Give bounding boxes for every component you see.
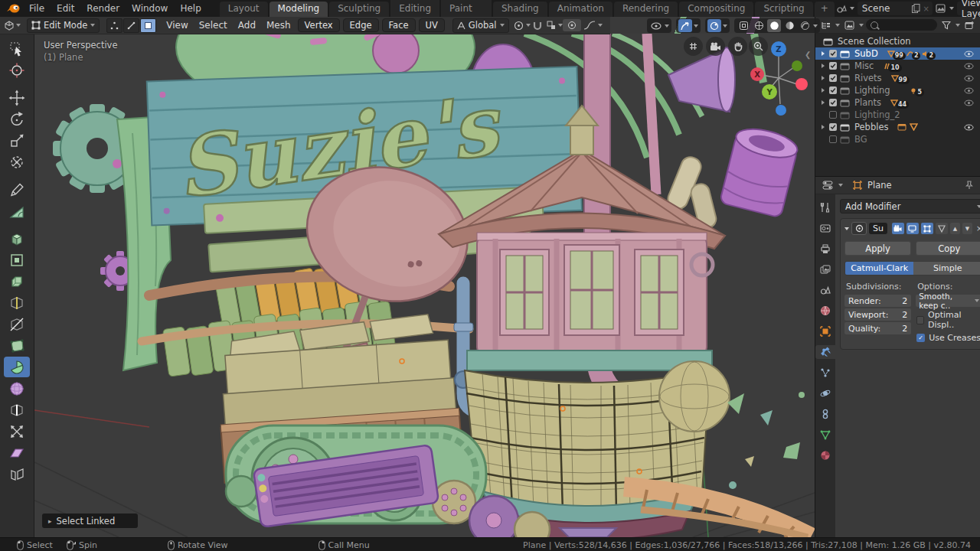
modifier-cage-toggle[interactable] [936, 223, 948, 234]
face-select-button[interactable] [140, 18, 156, 33]
tool-cursor[interactable] [4, 60, 30, 80]
add-modifier-dropdown[interactable]: Add Modifier [840, 199, 980, 214]
snap-toggle-icon[interactable] [678, 19, 692, 32]
vertex-select-button[interactable] [106, 18, 122, 33]
exclude-checkbox[interactable] [829, 123, 837, 131]
scene-icon[interactable] [836, 4, 847, 13]
tab-world[interactable] [816, 304, 835, 318]
tool-extrude-region[interactable] [4, 228, 30, 249]
proportional-toggle-icon[interactable] [707, 19, 721, 32]
menu-view[interactable]: View [161, 17, 193, 34]
modifier-name-field[interactable]: Su [869, 223, 887, 234]
hide-eye-icon[interactable] [964, 87, 974, 94]
tool-bevel[interactable] [4, 271, 30, 292]
outliner-row-scene-collection[interactable]: Scene Collection [815, 35, 980, 47]
new-scene-icon[interactable] [912, 4, 920, 13]
view-layer-selector[interactable]: View Layer × [957, 2, 980, 15]
outliner-search-input[interactable] [866, 19, 937, 31]
copy-button[interactable]: Copy [916, 241, 980, 256]
expand-arrow-icon[interactable] [820, 51, 826, 56]
menu-face[interactable]: Face [382, 18, 416, 32]
blender-logo-icon[interactable] [6, 2, 20, 15]
hide-eye-icon[interactable] [964, 51, 974, 57]
tab-tool[interactable] [816, 201, 835, 214]
tool-poly-build[interactable] [4, 335, 30, 356]
tab-physics[interactable] [816, 386, 835, 400]
panel-expand-icon[interactable] [844, 227, 849, 230]
tool-move[interactable] [4, 87, 30, 108]
tab-shading[interactable]: Shading [493, 2, 547, 17]
proportional-editing-icon[interactable] [563, 19, 581, 31]
hide-eye-icon[interactable] [964, 124, 974, 131]
modifier-render-toggle[interactable] [892, 223, 904, 234]
tool-rotate[interactable] [4, 109, 30, 129]
use-creases-checkbox[interactable]: ✓ [916, 334, 925, 342]
tab-view-layer[interactable] [816, 262, 835, 276]
menu-window[interactable]: Window [126, 0, 174, 17]
toggle-ortho-icon[interactable] [684, 37, 703, 56]
filter-funnel-icon[interactable] [939, 21, 953, 30]
menu-render[interactable]: Render [80, 0, 126, 17]
exclude-checkbox[interactable] [829, 74, 837, 82]
expand-arrow-icon[interactable] [820, 125, 826, 129]
view-layer-dropdown-chevron-icon[interactable] [949, 7, 954, 10]
mesh-visibility-icon[interactable] [649, 19, 663, 32]
outliner-id-chevron-icon[interactable] [859, 24, 864, 27]
transform-orientation-dropdown[interactable]: Global [452, 18, 509, 33]
tool-select-box[interactable] [4, 38, 30, 59]
unlink-scene-icon[interactable]: × [923, 5, 929, 13]
outliner-mode-chevron-icon[interactable] [835, 24, 840, 27]
exclude-checkbox[interactable] [829, 99, 837, 106]
tool-loop-cut[interactable] [4, 292, 30, 313]
modifier-editmode-toggle[interactable] [921, 223, 933, 234]
tool-smooth[interactable] [4, 378, 30, 399]
tab-constraints[interactable] [816, 407, 835, 421]
camera-view-icon[interactable] [706, 37, 725, 56]
snap-magnet-icon[interactable] [531, 21, 544, 31]
tab-compositing[interactable]: Compositing [679, 2, 753, 17]
tool-transform[interactable] [4, 152, 30, 172]
apply-button[interactable]: Apply [844, 241, 911, 256]
editor-type-button[interactable] [0, 21, 24, 31]
tool-scale[interactable] [4, 130, 30, 151]
menu-edge[interactable]: Edge [343, 18, 379, 32]
exclude-checkbox[interactable] [829, 50, 837, 57]
collapse-region-icon[interactable]: ❮ [805, 51, 811, 59]
shading-material-icon[interactable] [782, 19, 796, 32]
pivot-point-button[interactable] [511, 21, 526, 31]
tab-texture-paint[interactable]: Texture Paint [441, 0, 492, 17]
simple-button[interactable]: Simple [913, 262, 980, 275]
modifier-move-down-button[interactable]: ▼ [962, 223, 972, 234]
render-subdivisions-field[interactable]: Render: 2 [844, 295, 911, 307]
tab-modeling[interactable]: Modeling [270, 2, 328, 17]
menu-mesh[interactable]: Mesh [261, 17, 296, 34]
new-collection-icon[interactable] [962, 21, 977, 30]
expand-arrow-icon[interactable] [820, 100, 826, 105]
falloff-curve-icon[interactable] [581, 21, 598, 30]
tab-material[interactable] [816, 448, 835, 462]
snap-target-icon[interactable] [544, 21, 558, 30]
tab-modifiers[interactable] [815, 345, 835, 359]
exclude-checkbox[interactable] [829, 135, 837, 143]
filter-chevron-icon[interactable] [956, 24, 960, 27]
shading-rendered-icon[interactable] [798, 19, 812, 32]
menu-edit[interactable]: Edit [51, 0, 80, 17]
tool-shear[interactable] [4, 442, 30, 463]
viewport-subdivisions-field[interactable]: Viewport: 2 [844, 308, 911, 321]
tab-object-data[interactable] [816, 428, 835, 442]
menu-select[interactable]: Select [194, 17, 233, 34]
tab-sculpting[interactable]: Sculpting [329, 2, 389, 17]
expand-arrow-icon[interactable] [820, 64, 826, 68]
quality-field[interactable]: Quality: 2 [844, 322, 911, 334]
show-gizmo-icon[interactable] [737, 19, 750, 32]
outliner-row-pebbles[interactable]: Pebbles [815, 121, 980, 133]
scene-selector[interactable]: Scene × [858, 2, 933, 15]
outliner-row-subd[interactable]: SubD 99 2 2 [815, 47, 980, 60]
exclude-checkbox[interactable] [829, 62, 837, 70]
snap-options-chevron-icon[interactable] [694, 24, 698, 28]
menu-help[interactable]: Help [174, 0, 207, 17]
falloff-chevron-icon[interactable] [598, 24, 603, 27]
catmull-clark-button[interactable]: Catmull-Clark [845, 262, 913, 275]
tab-scripting[interactable]: Scripting [755, 2, 812, 17]
operator-expand-arrow-icon[interactable]: ▸ [48, 517, 52, 525]
